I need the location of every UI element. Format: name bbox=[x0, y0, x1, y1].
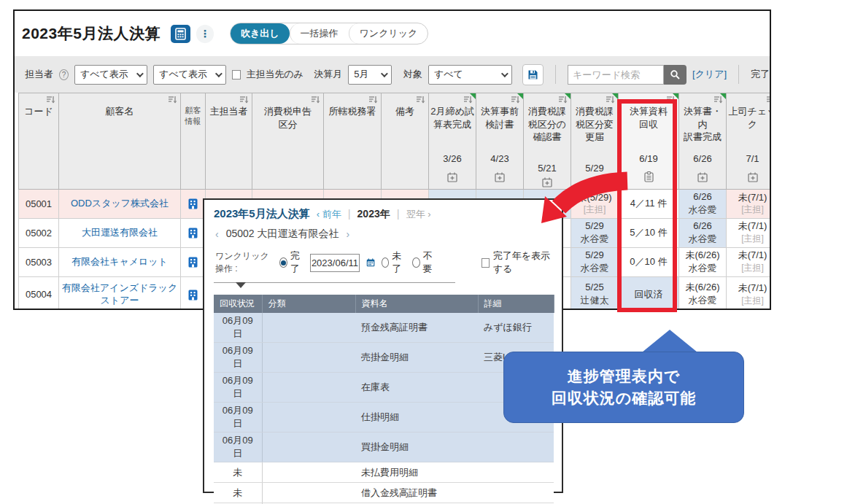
save-icon bbox=[527, 69, 538, 80]
clipboard-icon[interactable] bbox=[644, 171, 654, 182]
prev-customer-button[interactable]: ‹ bbox=[215, 228, 219, 240]
col-header-customer-name[interactable]: 顧客名 bbox=[59, 93, 181, 190]
customer-name-cell[interactable]: 有限会社キャメロット bbox=[59, 247, 181, 276]
customer-info-cell[interactable] bbox=[181, 218, 206, 247]
customer-info-cell[interactable] bbox=[181, 276, 206, 310]
radio-icon[interactable] bbox=[412, 257, 420, 268]
task-cell-complete[interactable]: 6/26水谷愛 bbox=[679, 190, 727, 219]
chevron-down-icon bbox=[136, 70, 144, 77]
task-cell-collect[interactable]: 回収済 bbox=[619, 276, 679, 310]
sort-icon[interactable] bbox=[714, 96, 724, 104]
building-icon[interactable] bbox=[188, 228, 198, 239]
show-completion-year-option[interactable]: 完了年を表示する bbox=[481, 249, 552, 276]
col-header-document-collection[interactable]: 決算資料 回収 6/19 bbox=[619, 93, 679, 190]
tab-one-click[interactable]: ワンクリック bbox=[349, 23, 428, 44]
calendar-plus-icon[interactable] bbox=[697, 172, 708, 182]
next-customer-button[interactable]: › bbox=[347, 228, 350, 240]
collection-row[interactable]: 未 未払費用明細 bbox=[214, 462, 554, 483]
task-cell-change[interactable]: 5/29水谷愛 bbox=[571, 218, 619, 247]
month-select[interactable]: 5月 bbox=[348, 65, 392, 85]
task-cell-complete[interactable]: 未(6/26)水谷愛 bbox=[679, 247, 727, 276]
sort-icon[interactable] bbox=[667, 96, 676, 104]
calendar-icon[interactable] bbox=[366, 257, 375, 268]
task-cell-complete[interactable]: 6/26水谷愛 bbox=[679, 218, 727, 247]
more-options-button[interactable]: ⋮ bbox=[196, 25, 214, 43]
task-cell-change[interactable]: 未(5/29)[主担] bbox=[571, 190, 619, 219]
sort-icon[interactable] bbox=[417, 96, 426, 104]
sort-icon[interactable] bbox=[511, 96, 521, 104]
search-input[interactable] bbox=[568, 65, 664, 85]
tab-bulk-operation[interactable]: 一括操作 bbox=[290, 23, 349, 44]
completion-date-input[interactable]: 2023/06/11 bbox=[310, 254, 359, 272]
col-header-feb-trial-balance[interactable]: 2月締め試 算表完成 3/26 bbox=[429, 93, 476, 190]
sort-icon[interactable] bbox=[47, 96, 56, 104]
sort-icon[interactable] bbox=[369, 96, 379, 104]
task-cell-collect[interactable]: 4／11 件 bbox=[619, 190, 679, 219]
task-cell-boss[interactable]: 未(7/1)[主担] bbox=[727, 218, 772, 247]
calendar-plus-icon[interactable] bbox=[748, 172, 758, 182]
sort-icon[interactable] bbox=[169, 96, 178, 104]
building-icon[interactable] bbox=[188, 198, 198, 209]
col-header-tax-category-change[interactable]: 消費税課 税区分変 更届 5/29 bbox=[571, 93, 619, 190]
search-button[interactable] bbox=[664, 65, 687, 85]
save-filter-button[interactable] bbox=[522, 64, 544, 85]
calendar-plus-icon[interactable] bbox=[495, 172, 505, 182]
radio-icon[interactable] bbox=[279, 257, 287, 268]
sort-icon[interactable] bbox=[312, 96, 321, 104]
collection-row[interactable]: 06月09日 買掛金明細 bbox=[214, 433, 554, 462]
col-header-boss-check[interactable]: 上司チェッ ク 7/1 bbox=[727, 93, 772, 190]
tantosha-select-2[interactable]: すべて表示 bbox=[153, 65, 226, 85]
col-header-tax-report-type[interactable]: 消費税申告 区分 bbox=[252, 93, 324, 190]
target-select[interactable]: すべて bbox=[428, 65, 512, 85]
sort-icon[interactable] bbox=[767, 96, 771, 104]
sort-icon[interactable] bbox=[464, 96, 473, 104]
calendar-plus-icon[interactable] bbox=[589, 177, 600, 187]
task-cell-collect[interactable]: 5／10 件 bbox=[619, 218, 679, 247]
calculator-button[interactable] bbox=[171, 25, 190, 43]
clear-link[interactable]: [クリア] bbox=[692, 68, 727, 81]
calendar-plus-icon[interactable] bbox=[447, 172, 457, 182]
radio-unneeded[interactable]: 不要 bbox=[412, 249, 436, 276]
task-cell-change[interactable]: 5/25辻健太 bbox=[571, 276, 619, 310]
col-header-code[interactable]: コード bbox=[19, 93, 59, 190]
col-header-tax-category-confirmation[interactable]: 消費税課 税区分の 確認書 5/21 bbox=[524, 93, 571, 190]
sort-icon[interactable] bbox=[240, 96, 250, 104]
radio-done[interactable]: 完了 bbox=[279, 249, 303, 276]
main-tanto-only-checkbox[interactable] bbox=[232, 70, 240, 80]
customer-name-cell[interactable]: 有限会社アインズドラックストアー bbox=[59, 276, 181, 310]
detail-cell: みずほ銀行 bbox=[478, 313, 554, 343]
customer-info-cell[interactable] bbox=[181, 190, 206, 219]
task-cell-boss[interactable]: 未(7/1)[主担] bbox=[727, 247, 772, 276]
prev-year-link[interactable]: ‹ 前年 bbox=[317, 208, 341, 221]
col-header-financial-statements[interactable]: 決算書・内 訳書完成 6/26 bbox=[679, 93, 727, 190]
doc-name-cell: 在庫表 bbox=[355, 373, 478, 403]
customer-info-cell[interactable] bbox=[181, 247, 206, 276]
radio-not-done[interactable]: 未了 bbox=[382, 249, 406, 276]
collection-row[interactable]: 06月09日 預金残高証明書みずほ銀行 bbox=[214, 313, 554, 343]
doc-name-cell: 未払費用明細 bbox=[355, 462, 478, 483]
next-year-link[interactable]: 翌年 › bbox=[406, 208, 431, 221]
building-icon[interactable] bbox=[188, 290, 198, 301]
tab-balloon[interactable]: 吹き出し bbox=[231, 23, 290, 44]
collection-row[interactable]: 未 借入金残高証明書 bbox=[214, 483, 554, 503]
radio-icon[interactable] bbox=[382, 257, 390, 268]
task-cell-boss[interactable]: 未(7/1)[主担] bbox=[727, 190, 772, 219]
building-icon[interactable] bbox=[188, 257, 198, 268]
sort-icon[interactable] bbox=[606, 96, 616, 104]
task-cell-boss[interactable]: 未(7/1)[主担] bbox=[727, 276, 772, 310]
col-header-tax-office[interactable]: 所轄税務署 bbox=[324, 93, 382, 190]
show-completion-year-checkbox[interactable] bbox=[481, 258, 490, 268]
calendar-plus-icon[interactable] bbox=[542, 177, 552, 187]
task-cell-collect[interactable]: 0／10 件 bbox=[619, 247, 679, 276]
col-header-note[interactable]: 備考 bbox=[382, 93, 429, 190]
task-cell-change[interactable]: 5/29水谷愛 bbox=[571, 247, 619, 276]
tantosha-select-1[interactable]: すべて表示 bbox=[74, 65, 147, 85]
col-header-pre-settlement-review[interactable]: 決算事前 検討書 4/23 bbox=[476, 93, 524, 190]
sort-icon[interactable] bbox=[559, 96, 568, 104]
task-cell-complete[interactable]: 未(6/26)水谷愛 bbox=[679, 276, 727, 310]
customer-name-cell[interactable]: ODDスタッフ株式会社 bbox=[59, 190, 181, 219]
help-icon[interactable]: ? bbox=[59, 69, 69, 80]
one-click-options: ワンクリック操作 : 完了 2023/06/11 未了 不要 bbox=[214, 249, 455, 283]
col-header-main-tanto[interactable]: 主担当者 bbox=[206, 93, 252, 190]
customer-name-cell[interactable]: 大田運送有限会社 bbox=[59, 218, 181, 247]
